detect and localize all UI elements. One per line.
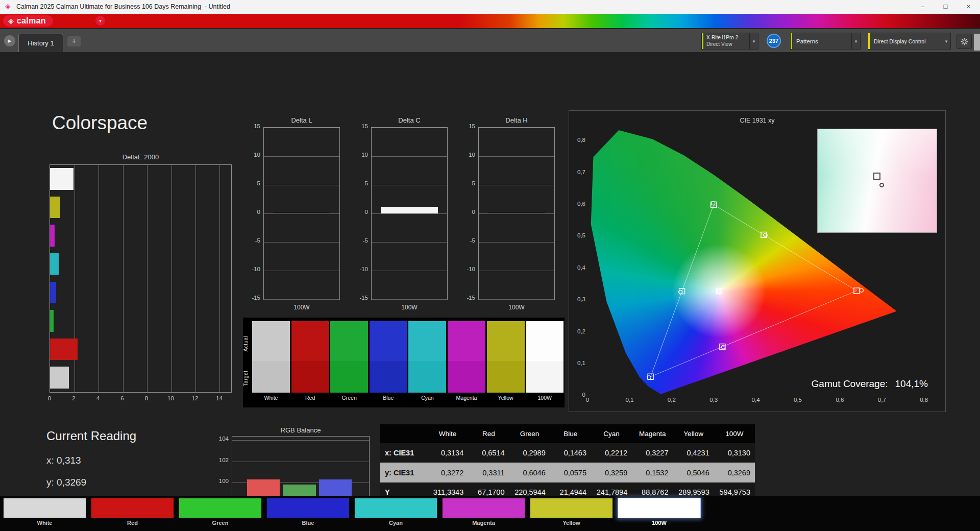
deltae-gridline — [99, 165, 99, 392]
rgb-tick-label: 100 — [212, 478, 229, 484]
delta-h-xlabel: 100W — [478, 304, 555, 311]
measured-marker — [717, 290, 721, 294]
delta-gridline — [479, 128, 554, 128]
pattern-swatch-fill — [442, 498, 525, 518]
delta-gridline — [264, 242, 339, 243]
deltae-bar — [50, 310, 54, 332]
swatch-column-magenta: Magenta — [448, 321, 485, 401]
delta-gridline — [479, 299, 554, 300]
maximize-button[interactable]: □ — [934, 0, 957, 14]
patterns-dropdown[interactable]: Patterns ▾ — [790, 33, 861, 50]
cie-xtick-label: 0,4 — [749, 397, 763, 403]
deltae-bar — [50, 253, 59, 275]
meter-mode: Direct View — [706, 41, 749, 48]
cie-panel: CIE 1931 xy 0,80,70,60,50,40,30,20,10 00… — [569, 110, 946, 412]
tab-history-1[interactable]: History 1 — [18, 34, 63, 53]
meter-dropdown[interactable]: X-Rite i1Pro 2 Direct View ▾ — [701, 33, 758, 50]
delta-h-title: Delta H — [478, 116, 555, 124]
display-control-dropdown[interactable]: Direct Display Control ▾ — [868, 33, 951, 50]
cie-ytick-label: 0,7 — [570, 169, 585, 175]
logo-menu-button[interactable]: ▾ — [95, 15, 106, 26]
deltae-bar — [50, 282, 56, 304]
delta-gridline — [479, 271, 554, 271]
cie-ytick-label: 0,5 — [570, 232, 585, 238]
deltae-xaxis: 02468101214 — [50, 395, 243, 403]
delta-tick-label: -15 — [244, 295, 260, 301]
meter-name: X-Rite i1Pro 2 — [706, 35, 749, 41]
play-icon: ▶ — [8, 38, 12, 43]
delta-gridline — [264, 299, 339, 300]
pattern-swatch-red[interactable]: Red — [91, 498, 174, 529]
deltae-tick-label: 8 — [140, 395, 153, 401]
swatch-column-white: White — [252, 321, 290, 401]
table-row: x: CIE310,31340,65140,29890,14630,22120,… — [380, 443, 755, 463]
deltae-chart-title: DeltaE 2000 — [50, 153, 232, 161]
table-header-cell: Blue — [550, 424, 591, 443]
swatch-strip-label: Magenta — [448, 395, 485, 401]
settings-button[interactable] — [957, 34, 972, 49]
gamut-coverage-value: 104,1% — [895, 378, 928, 389]
rgb-gridline — [232, 440, 369, 441]
cie-ytick-label: 0,6 — [570, 201, 585, 207]
swatch-strip-label: Green — [330, 395, 368, 401]
pattern-swatch-magenta[interactable]: Magenta — [442, 498, 525, 529]
table-cell: 0,5046 — [673, 463, 714, 482]
delta-gridline — [372, 242, 447, 243]
actual-swatch — [252, 321, 290, 361]
pattern-swatch-green[interactable]: Green — [179, 498, 262, 529]
delta-tick-label: 5 — [244, 180, 260, 186]
pattern-swatch-fill — [91, 498, 174, 518]
table-cell: 0,3259 — [591, 463, 632, 482]
actual-swatch — [291, 321, 329, 361]
table-row: y: CIE310,32720,33110,60460,05750,32590,… — [380, 463, 755, 482]
pattern-swatch-label: Green — [179, 520, 262, 526]
delta_h-plot — [478, 127, 555, 300]
swatch-columns: WhiteRedGreenBlueCyanMagentaYellow100W — [252, 321, 561, 405]
pattern-swatch-label: White — [3, 520, 86, 526]
close-button[interactable]: × — [957, 0, 980, 14]
partial-button[interactable] — [974, 34, 980, 51]
minimize-button[interactable]: – — [911, 0, 934, 14]
inset-target-marker — [873, 173, 880, 180]
table-header-cell — [380, 424, 427, 443]
pattern-swatch-cyan[interactable]: Cyan — [354, 498, 437, 529]
delta-tick-label: 5 — [459, 180, 475, 186]
swatch-column-green: Green — [330, 321, 368, 401]
actual-row-label: Actual — [243, 327, 250, 360]
actual-swatch — [408, 321, 446, 361]
add-tab-button[interactable]: + — [67, 36, 81, 46]
bottom-bar: WhiteRedGreenBlueCyanMagentaYellow100W ▲… — [0, 496, 980, 531]
calman-logo[interactable]: ◈ calman — [3, 15, 54, 27]
pattern-swatch-fill — [3, 498, 86, 518]
delta-gridline — [372, 299, 447, 300]
history-nav-button[interactable]: ▶ — [4, 35, 15, 46]
delta-gridline — [479, 185, 554, 185]
target-swatch — [526, 361, 564, 393]
cie-xtick-label: 0 — [580, 397, 595, 403]
pattern-swatch-white[interactable]: White — [3, 498, 86, 529]
delta-tick-label: 15 — [352, 123, 368, 129]
delta-gridline — [264, 213, 339, 214]
table-header-cell: Magenta — [632, 424, 673, 443]
swatch-column-blue: Blue — [370, 321, 407, 401]
target-swatch — [252, 361, 290, 393]
pattern-swatch-label: Magenta — [442, 520, 525, 526]
pattern-swatch-fill — [530, 498, 613, 518]
delta_l-yaxis: 151050-5-10-15 — [244, 127, 260, 300]
deltae-gridline — [219, 165, 220, 392]
deltae-tick-label: 10 — [165, 395, 177, 401]
delta-tick-label: 10 — [352, 152, 368, 158]
pattern-swatch-100w[interactable]: 100W — [618, 498, 701, 529]
pattern-swatch-label: Blue — [266, 520, 350, 526]
deltae-gridline — [195, 165, 196, 392]
pattern-swatch-yellow[interactable]: Yellow — [530, 498, 613, 529]
delta-gridline — [372, 156, 447, 157]
reading-y: y: 0,3269 — [46, 471, 210, 493]
pattern-swatch-label: Cyan — [354, 520, 437, 526]
delta-tick-label: 15 — [244, 123, 260, 129]
delta-gridline — [479, 213, 554, 214]
pattern-swatch-fill — [266, 498, 350, 518]
table-cell: 0,6514 — [468, 443, 509, 463]
rgb-tick-label: 104 — [212, 436, 229, 442]
pattern-swatch-blue[interactable]: Blue — [266, 498, 350, 529]
